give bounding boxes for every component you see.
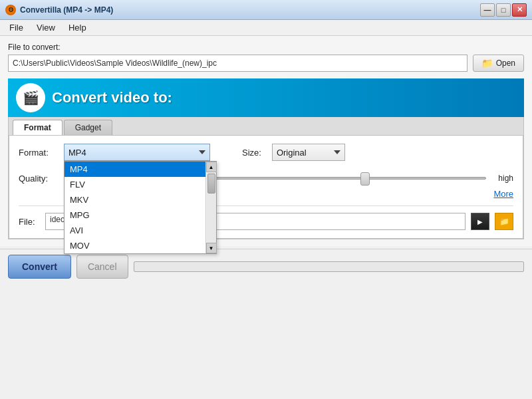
window-content: File to convert: 📁 Open 🎬 Convert video … bbox=[0, 36, 532, 246]
menu-help[interactable]: Help bbox=[63, 21, 92, 34]
window-title: Convertilla (MP4 -> MP4) bbox=[20, 5, 113, 15]
file-to-convert-label: File to convert: bbox=[8, 43, 524, 52]
file-preview-button[interactable]: ▶ bbox=[471, 213, 489, 230]
format-dropdown-list[interactable]: MP4 FLV MKV MPG AVI MOV ▲ bbox=[64, 161, 217, 254]
window-controls: — □ ✕ bbox=[480, 3, 527, 17]
cancel-button[interactable]: Cancel bbox=[76, 255, 128, 279]
scroll-thumb[interactable] bbox=[207, 174, 215, 194]
close-button[interactable]: ✕ bbox=[512, 3, 527, 17]
format-option-mp4[interactable]: MP4 bbox=[65, 162, 205, 177]
menu-bar: File View Help bbox=[0, 20, 532, 36]
title-bar-left: ⚙ Convertilla (MP4 -> MP4) bbox=[5, 5, 113, 15]
app-icon: ⚙ bbox=[5, 5, 16, 15]
format-option-avi[interactable]: AVI bbox=[65, 223, 205, 238]
format-label: Format: bbox=[19, 148, 59, 158]
quality-slider-thumb[interactable] bbox=[360, 172, 370, 186]
convert-button[interactable]: Convert bbox=[8, 255, 71, 279]
menu-view[interactable]: View bbox=[31, 21, 61, 34]
file-output-label: File: bbox=[19, 217, 40, 227]
play-icon: ▶ bbox=[477, 218, 483, 225]
scroll-up-button[interactable]: ▲ bbox=[206, 162, 217, 172]
format-option-mov[interactable]: MOV bbox=[65, 238, 205, 253]
banner: 🎬 Convert video to: bbox=[8, 78, 524, 117]
tabs-header: Format Gadget bbox=[9, 117, 523, 135]
banner-logo: 🎬 bbox=[16, 83, 45, 112]
tabs-area: Format Gadget Format: MP4 MP4 bbox=[8, 117, 524, 239]
folder-icon: 📁 bbox=[481, 58, 493, 68]
title-bar: ⚙ Convertilla (MP4 -> MP4) — □ ✕ bbox=[0, 0, 532, 20]
format-dropdown[interactable]: MP4 bbox=[64, 144, 210, 161]
more-link[interactable]: More bbox=[493, 189, 513, 199]
format-row: Format: MP4 MP4 FLV MKV MPG bbox=[19, 144, 513, 161]
format-dropdown-container: MP4 MP4 FLV MKV MPG AVI MOV bbox=[64, 144, 210, 161]
format-selected-value: MP4 bbox=[68, 148, 86, 158]
scroll-track bbox=[207, 172, 216, 243]
quality-label: Quality: bbox=[19, 174, 59, 184]
dropdown-arrow-icon bbox=[199, 150, 205, 154]
format-option-mkv[interactable]: MKV bbox=[65, 192, 205, 207]
tab-content-format: Format: MP4 MP4 FLV MKV MPG bbox=[9, 135, 523, 239]
file-folder-button[interactable]: 📁 bbox=[495, 213, 513, 230]
size-label: Size: bbox=[242, 148, 261, 158]
progress-bar bbox=[134, 261, 525, 272]
open-button-label: Open bbox=[496, 59, 515, 68]
size-dropdown[interactable]: Original bbox=[272, 144, 345, 161]
minimize-button[interactable]: — bbox=[480, 3, 495, 17]
open-button[interactable]: 📁 Open bbox=[473, 55, 524, 72]
banner-title: Convert video to: bbox=[52, 89, 172, 106]
size-selected-value: Original bbox=[277, 148, 307, 158]
file-path-input[interactable] bbox=[8, 55, 467, 72]
size-dropdown-arrow-icon bbox=[334, 150, 340, 154]
dropdown-scrollbar: ▲ ▼ bbox=[205, 162, 216, 253]
folder-out-icon: 📁 bbox=[499, 217, 509, 226]
tab-format[interactable]: Format bbox=[13, 120, 63, 135]
logo-icon: 🎬 bbox=[23, 90, 39, 106]
tab-gadget[interactable]: Gadget bbox=[64, 120, 112, 135]
menu-file[interactable]: File bbox=[4, 21, 29, 34]
maximize-button[interactable]: □ bbox=[496, 3, 511, 17]
scroll-down-button[interactable]: ▼ bbox=[206, 243, 217, 253]
format-option-flv[interactable]: FLV bbox=[65, 177, 205, 192]
format-option-mpg[interactable]: MPG bbox=[65, 207, 205, 223]
quality-high-label: high bbox=[498, 174, 513, 183]
file-input-row: 📁 Open bbox=[8, 55, 524, 72]
